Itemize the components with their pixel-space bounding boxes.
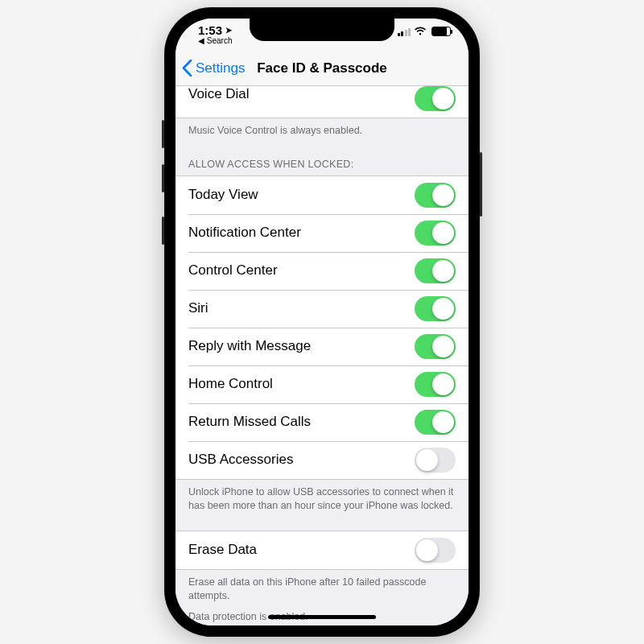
allow-access-footer: Unlock iPhone to allow USB accessories t… [175,480,469,519]
back-button[interactable]: Settings [182,51,245,85]
allow-access-row: Notification Center [175,214,469,252]
voice-dial-row: Voice Dial [175,86,469,118]
allow-access-item-label: Control Center [188,262,278,279]
chevron-left-icon [182,60,192,76]
allow-access-toggle[interactable] [415,183,456,208]
voice-dial-group: Voice Dial [175,86,469,118]
allow-access-item-label: Today View [188,187,258,203]
screen: 1:53 ➤ ◀ Search Settings Face ID & Passc… [175,19,469,625]
erase-data-toggle[interactable] [415,538,456,563]
page-title: Face ID & Passcode [257,60,387,76]
allow-access-item-label: Notification Center [188,225,301,241]
allow-access-item-label: Home Control [188,376,273,392]
allow-access-toggle[interactable] [415,334,456,359]
voice-dial-footer: Music Voice Control is always enabled. [175,118,469,144]
allow-access-row: Return Missed Calls [175,403,469,441]
status-time: 1:53 [198,23,222,37]
cellular-icon [398,27,411,36]
allow-access-header: Allow Access When Locked: [175,144,469,175]
allow-access-item-label: Siri [188,300,208,316]
erase-data-group: Erase Data [175,530,469,570]
location-icon: ➤ [225,26,232,35]
allow-access-toggle[interactable] [415,221,456,246]
battery-icon [431,27,451,36]
status-breadcrumb[interactable]: ◀ Search [198,36,232,45]
allow-access-toggle[interactable] [415,410,456,435]
nav-bar: Settings Face ID & Passcode [175,51,469,86]
notch [250,19,394,41]
voice-dial-label: Voice Dial [188,86,250,102]
allow-access-toggle[interactable] [415,258,456,283]
allow-access-item-label: USB Accessories [188,452,293,468]
home-indicator[interactable] [268,615,376,619]
allow-access-toggle[interactable] [415,296,456,321]
allow-access-row: Home Control [175,365,469,403]
wifi-icon [414,27,427,36]
voice-dial-toggle[interactable] [415,86,456,111]
allow-access-row: Siri [175,290,469,328]
allow-access-list: Today ViewNotification CenterControl Cen… [175,175,469,480]
allow-access-item-label: Reply with Message [188,338,311,354]
back-label: Settings [196,60,245,76]
erase-data-label: Erase Data [188,542,257,558]
erase-data-row: Erase Data [175,531,469,569]
allow-access-row: Control Center [175,252,469,290]
allow-access-item-label: Return Missed Calls [188,414,311,430]
allow-access-row: USB Accessories [175,441,469,479]
erase-data-footer-1: Erase all data on this iPhone after 10 f… [175,570,469,609]
allow-access-toggle[interactable] [415,448,456,473]
allow-access-toggle[interactable] [415,372,456,397]
content[interactable]: Voice Dial Music Voice Control is always… [175,86,469,625]
allow-access-row: Reply with Message [175,328,469,365]
allow-access-row: Today View [175,176,469,214]
phone-frame: 1:53 ➤ ◀ Search Settings Face ID & Passc… [164,7,480,637]
